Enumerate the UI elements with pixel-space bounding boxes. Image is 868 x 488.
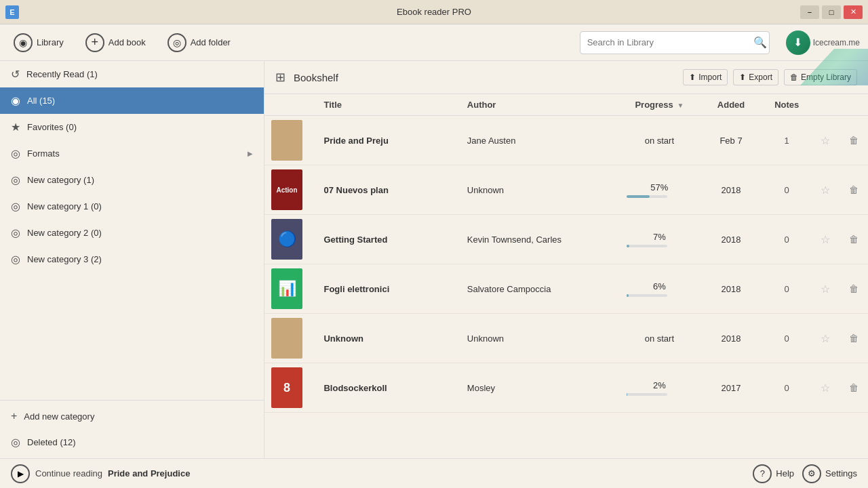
sidebar-item-new-cat-1[interactable]: ◎ New category 1 (0) bbox=[0, 193, 264, 220]
book-notes: 0 bbox=[785, 333, 789, 344]
favorite-button[interactable]: ☆ bbox=[821, 382, 830, 394]
delete-button[interactable]: 🗑 bbox=[849, 333, 859, 344]
book-notes: 0 bbox=[785, 185, 789, 195]
sidebar-item-new-cat-3[interactable]: ◎ New category 3 (2) bbox=[0, 246, 264, 272]
add-folder-button[interactable]: ◎ Add folder bbox=[162, 30, 236, 55]
col-header-notes[interactable]: Notes bbox=[763, 94, 810, 116]
sidebar-item-all[interactable]: ◉ All (15) bbox=[0, 87, 264, 114]
favorite-button[interactable]: ☆ bbox=[821, 233, 830, 246]
book-author: Unknown bbox=[467, 333, 504, 344]
book-notes-cell[interactable]: 0 bbox=[763, 363, 810, 413]
book-notes-cell[interactable]: 1 bbox=[763, 116, 810, 165]
new-cat-icon: ◎ bbox=[11, 174, 20, 186]
book-delete-cell[interactable]: 🗑 bbox=[840, 165, 868, 215]
delete-button[interactable]: 🗑 bbox=[849, 234, 859, 245]
col-header-author[interactable]: Author bbox=[460, 94, 620, 116]
delete-button[interactable]: 🗑 bbox=[849, 135, 859, 146]
book-delete-cell[interactable]: 🗑 bbox=[840, 264, 868, 314]
book-delete-cell[interactable]: 🗑 bbox=[840, 363, 868, 413]
bookshelf-label: Bookshelf bbox=[294, 72, 675, 83]
sidebar-item-favorites[interactable]: ★ Favorites (0) bbox=[0, 114, 264, 140]
close-button[interactable]: ✕ bbox=[844, 5, 863, 19]
book-delete-cell[interactable]: 🗑 bbox=[840, 116, 868, 165]
book-progress-text: 2% bbox=[653, 380, 666, 390]
add-book-button[interactable]: + Add book bbox=[80, 30, 151, 55]
book-notes-cell[interactable]: 0 bbox=[763, 314, 810, 363]
book-notes: 0 bbox=[785, 383, 789, 393]
book-delete-cell[interactable]: 🗑 bbox=[840, 215, 868, 264]
sidebar-item-new-cat[interactable]: ◎ New category (1) bbox=[0, 167, 264, 193]
maximize-button[interactable]: □ bbox=[822, 5, 841, 19]
sidebar-item-formats[interactable]: ◎ Formats ▶ bbox=[0, 140, 264, 167]
import-button[interactable]: ⬆ Import bbox=[683, 69, 728, 85]
delete-button[interactable]: 🗑 bbox=[849, 184, 859, 195]
book-progress-cell: 6% bbox=[620, 264, 699, 314]
sidebar-item-deleted[interactable]: ◎ Deleted (12) bbox=[0, 429, 264, 455]
new-cat-1-icon: ◎ bbox=[11, 200, 20, 213]
book-added-cell: 2018 bbox=[699, 165, 763, 215]
delete-button[interactable]: 🗑 bbox=[849, 283, 859, 294]
add-category-label: Add new category bbox=[24, 411, 253, 422]
col-header-progress[interactable]: Progress ▼ bbox=[620, 94, 699, 116]
book-author: Kevin Townsend, Carles bbox=[467, 235, 561, 245]
book-notes: 0 bbox=[785, 235, 789, 245]
book-notes-cell[interactable]: 0 bbox=[763, 264, 810, 314]
book-cover-cell[interactable]: Action bbox=[264, 165, 317, 215]
export-label: Export bbox=[749, 73, 772, 82]
book-cover-cell[interactable] bbox=[264, 116, 317, 165]
book-cover-cell[interactable]: 🔵 bbox=[264, 215, 317, 264]
book-title-cell[interactable]: Unknown bbox=[317, 314, 460, 363]
delete-button[interactable]: 🗑 bbox=[849, 382, 859, 393]
book-author-cell: Salvatore Campoccia bbox=[460, 264, 620, 314]
deleted-label: Deleted (12) bbox=[27, 437, 253, 447]
main-content: ↺ Recently Read (1) ◉ All (15) ★ Favorit… bbox=[0, 61, 868, 458]
book-star-cell[interactable]: ☆ bbox=[810, 215, 839, 264]
book-star-cell[interactable]: ☆ bbox=[810, 116, 839, 165]
book-added: 2018 bbox=[722, 235, 741, 245]
settings-button[interactable]: ⚙ Settings bbox=[802, 464, 857, 483]
help-icon: ? bbox=[753, 464, 772, 483]
logo-icon: ⬇ bbox=[786, 30, 810, 55]
export-icon: ⬆ bbox=[739, 73, 746, 82]
book-cover-cell[interactable] bbox=[264, 314, 317, 363]
table-row: Pride and Preju Jane Austen on start Feb… bbox=[264, 116, 868, 165]
minimize-button[interactable]: − bbox=[800, 5, 819, 19]
favorite-button[interactable]: ☆ bbox=[821, 332, 830, 345]
book-added-cell: 2018 bbox=[699, 264, 763, 314]
play-button[interactable]: ▶ bbox=[11, 464, 30, 483]
content-header: ⊞ Bookshelf ⬆ Import ⬆ Export 🗑 Empty Li… bbox=[264, 61, 868, 94]
book-title-cell[interactable]: Getting Started bbox=[317, 215, 460, 264]
book-star-cell[interactable]: ☆ bbox=[810, 264, 839, 314]
book-title-cell[interactable]: 07 Nuevos plan bbox=[317, 165, 460, 215]
export-button[interactable]: ⬆ Export bbox=[733, 69, 778, 85]
sidebar: ↺ Recently Read (1) ◉ All (15) ★ Favorit… bbox=[0, 61, 264, 458]
book-cover-cell[interactable]: 📊 bbox=[264, 264, 317, 314]
book-delete-cell[interactable]: 🗑 bbox=[840, 314, 868, 363]
book-notes-cell[interactable]: 0 bbox=[763, 165, 810, 215]
book-added-cell: Feb 7 bbox=[699, 116, 763, 165]
library-button[interactable]: ◉ Library bbox=[8, 30, 69, 55]
sidebar-item-add-category[interactable]: + Add new category bbox=[0, 403, 264, 429]
book-star-cell[interactable]: ☆ bbox=[810, 314, 839, 363]
sidebar-item-recently-read[interactable]: ↺ Recently Read (1) bbox=[0, 61, 264, 87]
favorite-button[interactable]: ☆ bbox=[821, 134, 830, 147]
search-input[interactable] bbox=[580, 31, 770, 54]
favorite-button[interactable]: ☆ bbox=[821, 283, 830, 296]
book-title-cell[interactable]: Pride and Preju bbox=[317, 116, 460, 165]
book-star-cell[interactable]: ☆ bbox=[810, 165, 839, 215]
grid-view-icon: ⊞ bbox=[275, 70, 285, 85]
book-title-cell[interactable]: Fogli elettronici bbox=[317, 264, 460, 314]
table-row: 📊 Fogli elettronici Salvatore Campoccia … bbox=[264, 264, 868, 314]
current-book-title: Pride and Prejudice bbox=[108, 468, 190, 479]
favorite-button[interactable]: ☆ bbox=[821, 184, 830, 197]
search-button[interactable]: 🔍 bbox=[753, 36, 767, 49]
sidebar-item-new-cat-2[interactable]: ◎ New category 2 (0) bbox=[0, 220, 264, 246]
help-button[interactable]: ? Help bbox=[753, 464, 794, 483]
col-header-added[interactable]: Added bbox=[699, 94, 763, 116]
book-cover-cell[interactable]: 8 bbox=[264, 363, 317, 413]
book-notes-cell[interactable]: 0 bbox=[763, 215, 810, 264]
col-header-title[interactable]: Title bbox=[317, 94, 460, 116]
book-title-cell[interactable]: Blodsockerkoll bbox=[317, 363, 460, 413]
formats-icon: ◎ bbox=[11, 147, 20, 160]
book-star-cell[interactable]: ☆ bbox=[810, 363, 839, 413]
